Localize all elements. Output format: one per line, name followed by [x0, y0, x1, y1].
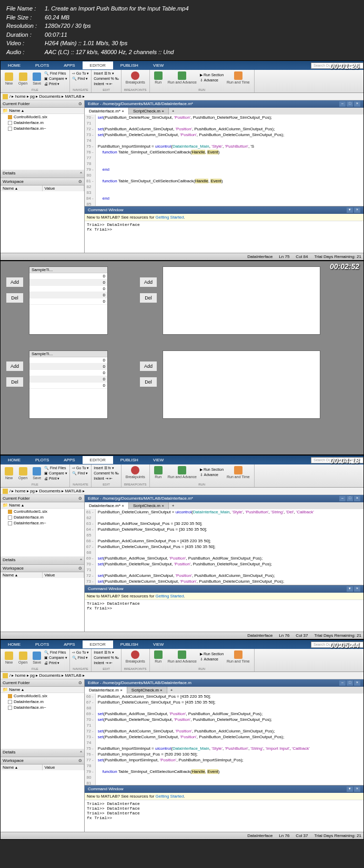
ribbon-tab-apps[interactable]: APPS: [56, 640, 82, 648]
maximize-icon[interactable]: □: [347, 101, 353, 107]
ribbon-tab-view[interactable]: VIEW: [146, 456, 171, 464]
add-button-4[interactable]: Add: [139, 361, 157, 371]
goto-button[interactable]: ⇨ Go To ▾: [72, 650, 89, 655]
details-header[interactable]: Details^: [1, 170, 84, 178]
find-files-button[interactable]: 🔍 Find Files: [44, 71, 67, 76]
comment-button[interactable]: Comment % ‰: [94, 471, 118, 476]
getting-started-link[interactable]: Getting Started: [156, 594, 184, 598]
value-column[interactable]: Value: [43, 764, 85, 770]
tab-scriptcheck[interactable]: ScriptCheck.m ×: [127, 687, 167, 694]
tab-scriptcheck[interactable]: ScriptCheck.m ×: [129, 502, 169, 509]
run-button[interactable]: Run: [152, 650, 165, 664]
compare-button[interactable]: ▣ Compare ▾: [44, 471, 67, 476]
run-advance-button[interactable]: Run and Advance: [166, 71, 199, 85]
ribbon-tab-view[interactable]: VIEW: [146, 61, 171, 69]
ribbon-tab-publish[interactable]: PUBLISH: [113, 61, 146, 69]
code-editor[interactable]: 66 - 67 - 68 69 - 70 - 71 72 - 73 - 74 7…: [85, 694, 363, 785]
getting-started-link[interactable]: Getting Started: [156, 215, 184, 220]
sim-output-table-2[interactable]: [163, 350, 320, 419]
command-window[interactable]: Trial>> DataInterfacefx Trial>>: [85, 600, 363, 632]
find-button[interactable]: 🔍 Find ▾: [72, 76, 89, 81]
find-button[interactable]: 🔍 Find ▾: [72, 471, 89, 476]
insert-button[interactable]: Insert ☰ fx ▾: [94, 71, 118, 76]
del-button-4[interactable]: Del: [139, 377, 157, 387]
ribbon-tab-home[interactable]: HOME: [1, 640, 28, 648]
ribbon-tab-view[interactable]: VIEW: [146, 640, 171, 648]
ribbon-tab-apps[interactable]: APPS: [56, 456, 82, 464]
new-button[interactable]: New: [3, 651, 15, 665]
indent-button[interactable]: Indent ⇥ ⇤: [94, 660, 118, 666]
del-button-2[interactable]: Del: [139, 293, 157, 303]
save-button[interactable]: Save: [31, 651, 43, 665]
sim-output-table[interactable]: [163, 266, 320, 335]
file-item[interactable]: DataInterface.m~: [1, 520, 84, 526]
run-time-button[interactable]: Run and Time: [225, 650, 252, 664]
current-folder-header[interactable]: Current Folder⊙: [1, 100, 84, 108]
ribbon-tab-editor[interactable]: EDITOR: [83, 456, 113, 464]
run-advance-button[interactable]: Run and Advance: [166, 650, 199, 664]
tab-scriptcheck[interactable]: ScriptCheck.m ×: [129, 108, 169, 115]
ribbon-tab-editor[interactable]: EDITOR: [83, 61, 113, 69]
name-column[interactable]: Name ▴: [1, 764, 43, 770]
name-column[interactable]: 📁 Name ▴: [1, 502, 84, 509]
details-header[interactable]: Details^: [1, 556, 84, 565]
run-section-button[interactable]: ▶ Run Section: [200, 73, 224, 78]
command-window[interactable]: Trial>> DataInterface Trial>> DataInterf…: [85, 800, 363, 832]
goto-button[interactable]: ⇨ Go To ▾: [72, 466, 89, 471]
breakpoints-button[interactable]: Breakpoints: [124, 650, 147, 664]
file-item[interactable]: DataInterface.m: [1, 120, 84, 126]
sim-input-table-2[interactable]: SampleTi... 0 0 0 0 0: [29, 350, 108, 419]
compare-button[interactable]: ▣ Compare ▾: [44, 76, 67, 81]
name-column[interactable]: Name ▴: [1, 572, 43, 578]
save-button[interactable]: Save: [31, 467, 43, 480]
new-tab-button[interactable]: +: [169, 108, 178, 115]
add-button-3[interactable]: Add: [6, 361, 24, 371]
current-folder-header[interactable]: Current Folder⊙: [1, 679, 84, 687]
new-tab-button[interactable]: +: [167, 687, 176, 694]
workspace-header[interactable]: Workspace⊙: [1, 757, 84, 764]
name-column[interactable]: 📁 Name ▴: [1, 687, 84, 693]
code-editor[interactable]: 70 - 71 72 - 73 - 74 75 - 76 - 77 78 79 …: [85, 115, 363, 206]
insert-button[interactable]: Insert ☰ fx ▾: [94, 650, 118, 655]
file-item[interactable]: ControlModel1.slx: [1, 114, 84, 120]
run-button[interactable]: Run: [152, 466, 165, 479]
workspace-header[interactable]: Workspace⊙: [1, 178, 84, 185]
ribbon-tab-publish[interactable]: PUBLISH: [113, 640, 146, 648]
print-button[interactable]: 🖨 Print ▾: [44, 660, 67, 666]
ribbon-tab-home[interactable]: HOME: [1, 456, 28, 464]
file-item[interactable]: ControlModel1.slx: [1, 693, 84, 699]
workspace-header[interactable]: Workspace⊙: [1, 565, 84, 572]
close-icon[interactable]: ×: [354, 496, 360, 501]
new-button[interactable]: New: [3, 72, 15, 86]
advance-button[interactable]: ⇩ Advance: [200, 472, 224, 478]
run-advance-button[interactable]: Run and Advance: [166, 466, 199, 479]
indent-button[interactable]: Indent ⇥ ⇤: [94, 81, 118, 87]
run-time-button[interactable]: Run and Time: [225, 71, 252, 85]
find-button[interactable]: 🔍 Find ▾: [72, 655, 89, 660]
getting-started-link[interactable]: Getting Started: [156, 794, 184, 799]
close-icon[interactable]: ×: [354, 680, 360, 686]
breadcrumb[interactable]: / ▸ home ▸ pg ▸ Documents ▸ MATLAB ▸: [1, 488, 363, 495]
minimize-icon[interactable]: –: [339, 496, 346, 501]
breakpoints-button[interactable]: Breakpoints: [124, 71, 147, 85]
name-column[interactable]: Name ▴: [1, 185, 43, 191]
goto-button[interactable]: ⇨ Go To ▾: [72, 71, 89, 76]
sim-input-table[interactable]: SampleTi... 0 0 0 0 0: [29, 266, 108, 335]
add-button[interactable]: Add: [6, 277, 24, 287]
comment-button[interactable]: Comment % ‰: [94, 655, 118, 660]
open-button[interactable]: Open: [16, 72, 29, 86]
advance-button[interactable]: ⇩ Advance: [200, 657, 224, 662]
run-time-button[interactable]: Run and Time: [225, 466, 252, 479]
save-button[interactable]: Save: [31, 72, 43, 86]
value-column[interactable]: Value: [43, 185, 85, 191]
minimize-icon[interactable]: –: [339, 101, 346, 107]
find-files-button[interactable]: 🔍 Find Files: [44, 650, 67, 655]
cmd-close-icon[interactable]: ×: [354, 208, 360, 213]
value-column[interactable]: Value: [43, 572, 85, 578]
advance-button[interactable]: ⇩ Advance: [200, 78, 224, 83]
breadcrumb[interactable]: / ▸ home ▸ pg ▸ Documents ▸ MATLAB ▸: [1, 672, 363, 679]
tab-datainterface[interactable]: DataInterface.m ×: [85, 687, 127, 694]
minimize-icon[interactable]: –: [339, 680, 346, 686]
find-files-button[interactable]: 🔍 Find Files: [44, 466, 67, 471]
ribbon-tab-editor[interactable]: EDITOR: [83, 640, 113, 648]
